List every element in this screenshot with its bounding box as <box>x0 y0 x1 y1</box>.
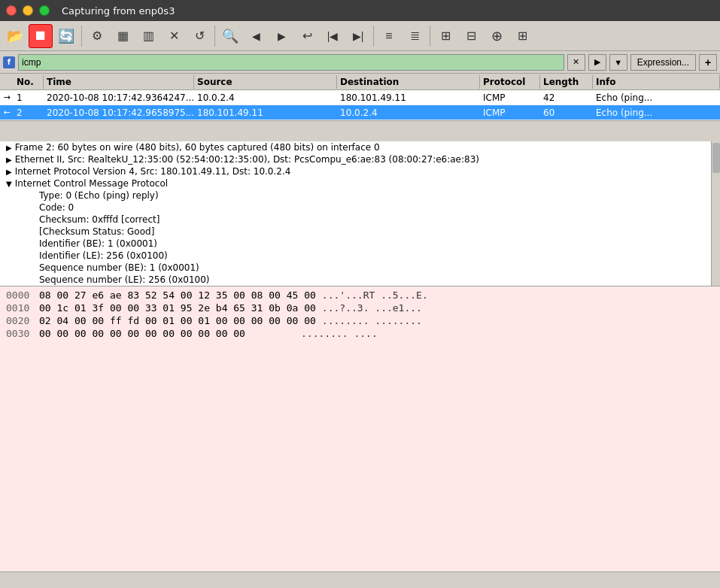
hex-ascii-3: ........ .... <box>301 328 378 339</box>
coloring-btn[interactable]: ⊞ <box>433 24 457 48</box>
packet-list-header: No. Time Source Destination Protocol Len… <box>0 74 720 90</box>
maximize-window-btn[interactable] <box>39 5 50 16</box>
row2-dest: 10.0.2.4 <box>337 107 480 119</box>
row1-arrow: → <box>0 92 14 103</box>
stop-btn[interactable]: ⏹ <box>29 24 53 48</box>
row2-len: 60 <box>540 107 593 119</box>
hex-bytes-0: 08 00 27 e6 ae 83 52 54 00 12 35 00 08 0… <box>39 289 316 301</box>
row1-info: Echo (ping... <box>593 92 720 104</box>
row1-proto: ICMP <box>480 92 540 104</box>
packet-list: No. Time Source Destination Protocol Len… <box>0 74 720 121</box>
hex-bytes-3: 00 00 00 00 00 00 00 00 00 00 00 00 <box>39 328 295 339</box>
detail-row-10[interactable]: Sequence number (BE): 1 (0x0001) <box>0 262 711 274</box>
detail-row-8[interactable]: Identifier (BE): 1 (0x0001) <box>0 238 711 250</box>
hex-row-0: 0000 08 00 27 e6 ae 83 52 54 00 12 35 00… <box>6 289 714 301</box>
filter-dropdown-btn[interactable]: ▼ <box>609 54 627 71</box>
detail-row-2[interactable]: ▶Internet Protocol Version 4, Src: 180.1… <box>0 165 711 177</box>
add-expression-btn[interactable]: + <box>699 54 717 71</box>
detail-text-11: Sequence number (LE): 256 (0x0100) <box>39 274 210 285</box>
header-dest: Destination <box>337 75 480 89</box>
hex-offset-2: 0020 <box>6 315 33 326</box>
detail-text-1: Ethernet II, Src: RealtekU_12:35:00 (52:… <box>15 154 479 165</box>
separator-4 <box>430 26 430 47</box>
header-time: Time <box>44 75 194 89</box>
auto-scroll-btn[interactable]: ≡ <box>377 24 401 48</box>
save-btn[interactable]: ▦ <box>111 24 135 48</box>
hex-offset-1: 0010 <box>6 302 33 314</box>
detail-row-9[interactable]: Identifier (LE): 256 (0x0100) <box>0 250 711 262</box>
row1-source: 10.0.2.4 <box>194 92 337 104</box>
window-title: Capturing from enp0s3 <box>62 5 175 17</box>
panels-container: ▶Frame 2: 60 bytes on wire (480 bits), 6… <box>0 141 720 571</box>
header-proto: Protocol <box>480 75 540 89</box>
detail-text-8: Identifier (BE): 1 (0x0001) <box>39 238 157 249</box>
packet-row-1[interactable]: → 1 2020-10-08 10:17:42.9364247... 10.0.… <box>0 90 720 105</box>
hex-panel: 0000 08 00 27 e6 ae 83 52 54 00 12 35 00… <box>0 286 720 571</box>
filter-input[interactable]: icmp <box>18 54 564 71</box>
status-bar <box>0 571 720 588</box>
row1-len: 42 <box>540 92 593 104</box>
hex-row-2: 0020 02 04 00 00 ff fd 00 01 00 01 00 00… <box>6 315 714 326</box>
detail-row-7[interactable]: [Checksum Status: Good] <box>0 226 711 238</box>
back-btn[interactable]: ◀ <box>244 24 268 48</box>
packet-row-2[interactable]: ← 2 2020-10-08 10:17:42.9658975... 180.1… <box>0 105 720 120</box>
minimize-window-btn[interactable] <box>23 5 33 16</box>
detail-row-1[interactable]: ▶Ethernet II, Src: RealtekU_12:35:00 (52… <box>0 153 711 165</box>
zoom-in-btn[interactable]: ⊕ <box>485 24 509 48</box>
toolbar: 📂 ⏹ 🔄 ⚙ ▦ ▥ ✕ ↺ 🔍 ◀ ▶ ↩ |◀ ▶| ≡ ≣ ⊞ ⊟ ⊕ … <box>0 21 720 51</box>
header-source: Source <box>194 75 337 89</box>
separator-3 <box>373 26 374 47</box>
detail-text-7: [Checksum Status: Good] <box>39 226 154 237</box>
first-btn[interactable]: |◀ <box>321 24 345 48</box>
filter-nav-right-btn[interactable]: ▶ <box>588 54 606 71</box>
close-window-btn[interactable] <box>6 5 17 16</box>
hex-ascii-2: ........ ........ <box>322 315 422 326</box>
detail-row-0[interactable]: ▶Frame 2: 60 bytes on wire (480 bits), 6… <box>0 141 711 153</box>
options-btn[interactable]: ⚙ <box>85 24 109 48</box>
row1-time: 2020-10-08 10:17:42.9364247... <box>44 92 194 104</box>
row2-proto: ICMP <box>480 107 540 119</box>
find-btn[interactable]: 🔍 <box>218 24 242 48</box>
save-as-btn[interactable]: ▥ <box>136 24 160 48</box>
hex-ascii-1: ...?..3. ...e1... <box>322 302 422 314</box>
expression-btn[interactable]: Expression... <box>630 54 696 71</box>
last-btn[interactable]: ▶| <box>346 24 370 48</box>
go-btn[interactable]: ↩ <box>295 24 319 48</box>
detail-text-4: Type: 0 (Echo (ping) reply) <box>39 190 159 201</box>
packet-list-container: No. Time Source Destination Protocol Len… <box>0 74 720 141</box>
restart-btn[interactable]: 🔄 <box>54 24 78 48</box>
detail-text-2: Internet Protocol Version 4, Src: 180.10… <box>15 166 291 177</box>
detail-row-6[interactable]: Checksum: 0xfffd [correct] <box>0 214 711 226</box>
detail-scrollbar[interactable] <box>711 141 720 286</box>
close-btn[interactable]: ✕ <box>162 24 186 48</box>
hex-offset-3: 0030 <box>6 328 33 339</box>
header-no: No. <box>14 75 44 89</box>
zoom-btn[interactable]: ≣ <box>403 24 427 48</box>
row2-source: 180.101.49.11 <box>194 107 337 119</box>
row2-no: 2 <box>14 107 44 119</box>
row2-time: 2020-10-08 10:17:42.9658975... <box>44 107 194 119</box>
reload-btn[interactable]: ↺ <box>187 24 211 48</box>
filter-clear-btn[interactable]: ✕ <box>567 54 585 71</box>
detail-text-3: Internet Control Message Protocol <box>15 178 168 189</box>
open-btn[interactable]: 📂 <box>3 24 27 48</box>
detail-row-11[interactable]: Sequence number (LE): 256 (0x0100) <box>0 274 711 286</box>
header-len: Length <box>540 75 593 89</box>
hex-row-1: 0010 00 1c 01 3f 00 00 33 01 95 2e b4 65… <box>6 302 714 314</box>
row2-arrow: ← <box>0 107 14 118</box>
detail-row-3[interactable]: ▼Internet Control Message Protocol <box>0 177 711 189</box>
hex-offset-0: 0000 <box>6 289 33 301</box>
forward-btn[interactable]: ▶ <box>269 24 293 48</box>
detail-text-9: Identifier (LE): 256 (0x0100) <box>39 250 168 261</box>
row1-no: 1 <box>14 92 44 104</box>
resize-btn[interactable]: ⊞ <box>510 24 534 48</box>
zoom-out-btn[interactable]: ⊟ <box>459 24 483 48</box>
filter-icon: f <box>3 56 15 68</box>
row2-info: Echo (ping... <box>593 107 720 119</box>
expand-icon-0: ▶ <box>6 144 12 152</box>
detail-row-5[interactable]: Code: 0 <box>0 202 711 214</box>
detail-row-4[interactable]: Type: 0 (Echo (ping) reply) <box>0 189 711 202</box>
hex-bytes-2: 02 04 00 00 ff fd 00 01 00 01 00 00 00 0… <box>39 315 316 326</box>
hex-bytes-1: 00 1c 01 3f 00 00 33 01 95 2e b4 65 31 0… <box>39 302 316 314</box>
row1-dest: 180.101.49.11 <box>337 92 480 104</box>
